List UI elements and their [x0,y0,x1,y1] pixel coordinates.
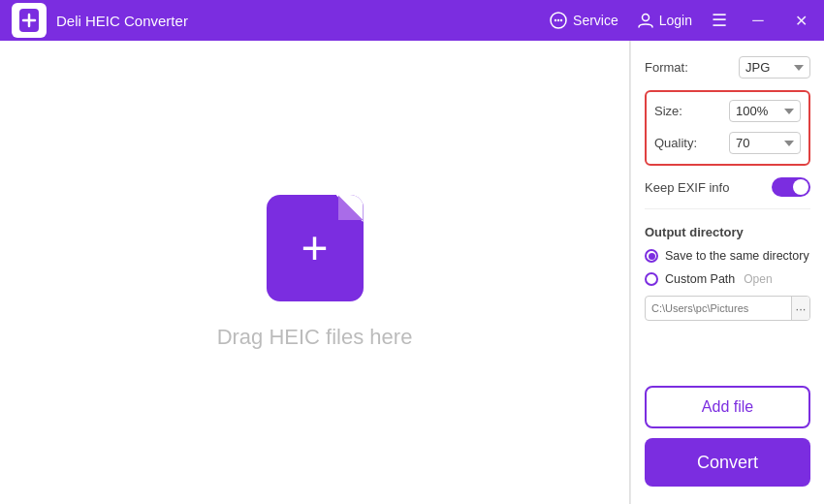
svg-point-2 [557,19,559,21]
format-select[interactable]: JPG PNG WEBP [739,56,810,79]
convert-button[interactable]: Convert [645,438,810,487]
svg-point-3 [560,19,562,21]
output-section-title: Output directory [645,225,810,239]
add-file-label: Add file [702,398,753,416]
convert-label: Convert [697,453,758,473]
drop-file-icon: + [267,195,364,301]
drop-text: Drag HEIC files here [217,325,413,350]
size-label: Size: [654,104,682,118]
titlebar: Deli HEIC Converter Service Login ☰ ─ ✕ [0,0,824,41]
login-button[interactable]: Login [638,13,692,28]
service-button[interactable]: Service [550,12,618,29]
path-browse-button[interactable]: ··· [791,297,809,320]
plus-icon: + [301,225,328,271]
app-logo [12,3,47,38]
drop-panel[interactable]: + Drag HEIC files here [0,41,630,504]
exif-toggle[interactable] [772,177,810,197]
custom-path-label: Custom Path [665,272,735,286]
close-button[interactable]: ✕ [789,12,812,30]
svg-point-1 [555,19,556,21]
minimize-button[interactable]: ─ [746,12,770,29]
custom-path-radio[interactable] [645,272,658,286]
same-directory-label: Save to the same directory [665,249,809,263]
right-panel: Format: JPG PNG WEBP Size: 100% 75% 50% … [630,41,824,504]
exif-row: Keep EXIF info [645,177,810,197]
main-layout: + Drag HEIC files here Format: JPG PNG W… [0,41,824,504]
format-label: Format: [645,60,688,75]
svg-point-4 [642,15,649,21]
exif-label: Keep EXIF info [645,180,729,195]
quality-select[interactable]: 70 80 90 100 [729,132,801,154]
titlebar-actions: Service Login ☰ ─ ✕ [550,10,812,31]
menu-icon[interactable]: ☰ [712,10,727,31]
size-select[interactable]: 100% 75% 50% 25% [729,100,801,122]
path-input-row: ··· [645,296,810,321]
size-row: Size: 100% 75% 50% 25% [654,100,801,122]
same-directory-radio[interactable] [645,249,658,263]
custom-path-row: Custom Path Open [645,272,810,286]
format-row: Format: JPG PNG WEBP [645,56,810,79]
app-title: Deli HEIC Converter [56,13,550,29]
divider [645,208,810,209]
spacer [645,331,810,376]
quality-row: Quality: 70 80 90 100 [654,132,801,154]
size-quality-box: Size: 100% 75% 50% 25% Quality: 70 80 90… [645,90,810,166]
add-file-button[interactable]: Add file [645,386,810,428]
quality-label: Quality: [654,136,697,150]
open-link[interactable]: Open [744,272,772,286]
login-label: Login [659,13,692,28]
same-directory-option[interactable]: Save to the same directory [645,249,810,263]
service-label: Service [573,13,618,28]
path-input[interactable] [646,302,791,314]
